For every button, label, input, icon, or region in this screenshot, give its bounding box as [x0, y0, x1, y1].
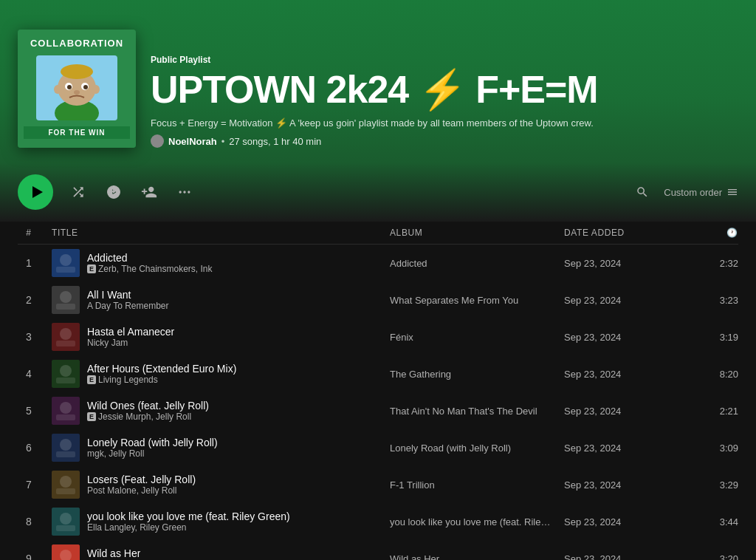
table-row[interactable]: 8 you look like you love me (feat. Riley… [18, 503, 738, 540]
track-album: Fénix [390, 332, 552, 343]
search-button[interactable] [636, 185, 649, 199]
track-text: Hasta el Amanecer Nicky Jam [87, 326, 174, 348]
svg-point-21 [60, 291, 72, 303]
track-album: Addicted [390, 258, 552, 269]
track-date: Sep 23, 2024 [564, 443, 682, 454]
track-date: Sep 23, 2024 [564, 553, 682, 561]
track-artist: Ella Langley, Riley Green [87, 522, 290, 533]
svg-point-10 [74, 90, 80, 95]
track-text: After Hours (Extended Euro Mix) ELiving … [87, 363, 236, 385]
track-info: Wild Ones (feat. Jelly Roll) EJessie Mur… [52, 397, 378, 425]
track-album: What Separates Me From You [390, 295, 552, 306]
track-name: Wild as Her [87, 547, 140, 559]
shuffle-button[interactable] [68, 182, 89, 202]
track-thumbnail [52, 471, 80, 499]
track-duration: 3:09 [694, 443, 738, 454]
track-name: Lonely Road (with Jelly Roll) [87, 437, 218, 448]
track-info: Losers (Feat. Jelly Roll) Post Malone, J… [52, 471, 378, 499]
track-artist: Nicky Jam [87, 338, 174, 348]
table-row[interactable]: 5 Wild Ones (feat. Jelly Roll) EJessie M… [18, 392, 738, 429]
svg-point-8 [67, 85, 72, 89]
track-duration: 3:20 [694, 553, 738, 561]
playlist-title: UPTOWN 2k24 ⚡ F+E=M [151, 69, 738, 110]
owner-avatar [151, 134, 164, 148]
lightning-icon: ⚡ [419, 68, 475, 111]
header-date: Date added [564, 228, 682, 238]
svg-point-33 [60, 439, 72, 451]
track-duration: 2:21 [694, 406, 738, 417]
track-thumbnail [52, 323, 80, 351]
explicit-badge: E [87, 412, 96, 421]
track-artist: ELiving Legends [87, 375, 236, 385]
track-date: Sep 23, 2024 [564, 295, 682, 306]
track-date: Sep 23, 2024 [564, 406, 682, 417]
table-row[interactable]: 7 Losers (Feat. Jelly Roll) Post Malone,… [18, 466, 738, 503]
table-row[interactable]: 3 Hasta el Amanecer Nicky Jam Fénix Sep … [18, 318, 738, 355]
svg-point-27 [60, 365, 72, 377]
table-row[interactable]: 1 Addicted EZerb, The Chainsmokers, Ink … [18, 245, 738, 281]
art-bottom-text: FOR THE WIN [24, 126, 130, 139]
list-icon [726, 186, 738, 198]
track-text: you look like you love me (feat. Riley G… [87, 511, 290, 533]
play-button[interactable] [18, 174, 53, 210]
hero-section: COLLABORATION [0, 0, 756, 163]
track-number: 5 [18, 405, 40, 417]
track-artist: A Day To Remember [87, 301, 169, 311]
svg-point-30 [60, 402, 72, 414]
owner-name[interactable]: NoelNorah [168, 136, 217, 147]
track-text: All I Want A Day To Remember [87, 289, 169, 311]
track-text: Lonely Road (with Jelly Roll) mgk, Jelly… [87, 437, 218, 459]
track-name: Hasta el Amanecer [87, 326, 174, 338]
explicit-badge: E [87, 375, 96, 384]
custom-order-button[interactable]: Custom order [664, 186, 738, 198]
track-text: Wild as Her Corey Kent [87, 547, 140, 560]
track-table: # Title Album Date added 🕐 1 Addicted EZ… [0, 222, 756, 560]
svg-point-14 [179, 191, 182, 193]
table-row[interactable]: 4 After Hours (Extended Euro Mix) ELivin… [18, 355, 738, 392]
track-duration: 3:19 [694, 332, 738, 343]
search-icon [636, 185, 649, 199]
shuffle-icon [71, 185, 86, 199]
playlist-meta: NoelNorah • 27 songs, 1 hr 40 min [151, 134, 738, 148]
custom-order-label: Custom order [664, 187, 722, 198]
header-album: Album [390, 228, 552, 238]
svg-rect-22 [56, 304, 75, 310]
track-number: 2 [18, 294, 40, 306]
thumb-art [52, 249, 80, 277]
add-user-icon [141, 184, 157, 200]
track-album: you look like you love me (feat. Riley G… [390, 516, 552, 527]
download-button[interactable] [103, 182, 124, 202]
track-info: Addicted EZerb, The Chainsmokers, Ink [52, 249, 378, 277]
playlist-type-label: Public Playlist [151, 55, 738, 65]
svg-point-11 [61, 64, 93, 79]
track-info: Lonely Road (with Jelly Roll) mgk, Jelly… [52, 434, 378, 462]
track-thumbnail [52, 397, 80, 425]
thumb-art [52, 323, 80, 351]
svg-point-16 [188, 191, 190, 193]
track-album: Lonely Road (with Jelly Roll) [390, 443, 552, 454]
track-album: The Gathering [390, 369, 552, 380]
track-text: Losers (Feat. Jelly Roll) Post Malone, J… [87, 474, 196, 496]
add-user-button[interactable] [139, 182, 159, 202]
table-header: # Title Album Date added 🕐 [18, 222, 738, 245]
header-num: # [18, 228, 40, 238]
play-icon [30, 185, 44, 199]
table-row[interactable]: 2 All I Want A Day To Remember What Sepa… [18, 281, 738, 318]
track-name: All I Want [87, 289, 169, 301]
table-row[interactable]: 6 Lonely Road (with Jelly Roll) mgk, Jel… [18, 429, 738, 466]
track-number: 3 [18, 331, 40, 343]
track-name: Addicted [87, 252, 213, 264]
track-artist: EZerb, The Chainsmokers, Ink [87, 264, 213, 274]
svg-rect-31 [56, 414, 75, 420]
track-artist: EJessie Murph, Jelly Roll [87, 412, 209, 422]
track-album: That Ain't No Man That's The Devil [390, 406, 552, 417]
track-name: After Hours (Extended Euro Mix) [87, 363, 236, 375]
header-duration: 🕐 [694, 228, 738, 238]
more-options-button[interactable] [174, 182, 195, 202]
svg-point-36 [60, 476, 72, 488]
track-info: Hasta el Amanecer Nicky Jam [52, 323, 378, 351]
track-info: you look like you love me (feat. Riley G… [52, 508, 378, 536]
track-name: Losers (Feat. Jelly Roll) [87, 474, 196, 485]
table-row[interactable]: 9 Wild as Her Corey Kent Wild as Her Sep… [18, 540, 738, 560]
toolbar: Custom order [0, 163, 756, 222]
